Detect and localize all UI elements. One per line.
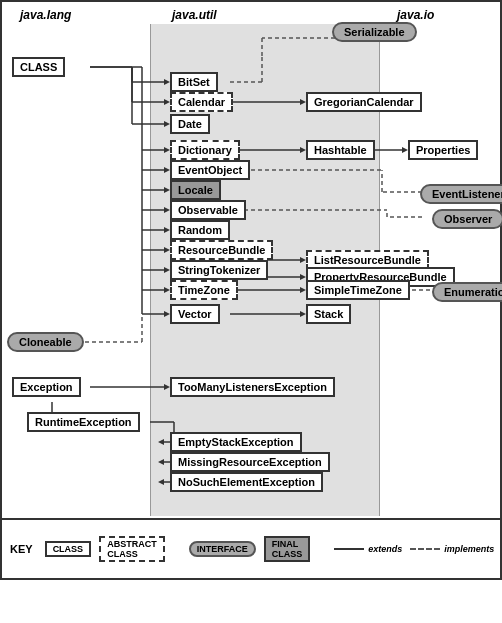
hashtable-class: Hashtable — [306, 140, 375, 160]
key-class-item: CLASS — [45, 541, 92, 557]
properties-class: Properties — [408, 140, 478, 160]
java-util-header: java.util — [172, 8, 217, 22]
exception-class: Exception — [12, 377, 81, 397]
eventobject-class: EventObject — [170, 160, 250, 180]
key-abstract-box: ABSTRACT CLASS — [99, 536, 165, 562]
key-implements-label: implements — [444, 544, 494, 554]
date-class: Date — [170, 114, 210, 134]
eventlistener-interface: EventListener — [420, 184, 502, 204]
calendar-class: Calendar — [170, 92, 233, 112]
key-abstract-item: ABSTRACT CLASS — [99, 536, 165, 562]
key-interface-item: INTERFACE — [189, 541, 256, 557]
cloneable-interface: Cloneable — [7, 332, 84, 352]
missingresourceexception-class: MissingResourceException — [170, 452, 330, 472]
observable-class: Observable — [170, 200, 246, 220]
diagram-container: java.lang java.util java.io — [0, 0, 502, 580]
key-extends-label: extends — [368, 544, 402, 554]
key-solid-line — [334, 548, 364, 550]
random-class: Random — [170, 220, 230, 240]
key-extends-item: extends — [334, 544, 402, 554]
stack-class: Stack — [306, 304, 351, 324]
key-class-box: CLASS — [45, 541, 92, 557]
stringtokenizer-class: StringTokenizer — [170, 260, 268, 280]
key-dashed-line — [410, 548, 440, 550]
enumeration-interface: Enumeration — [432, 282, 502, 302]
observer-interface: Observer — [432, 209, 502, 229]
key-interface-box: INTERFACE — [189, 541, 256, 557]
key-final-box: FINAL CLASS — [264, 536, 311, 562]
bitset-class: BitSet — [170, 72, 218, 92]
key-implements-item: implements — [410, 544, 494, 554]
key-label: KEY — [10, 543, 33, 555]
key-section: KEY CLASS ABSTRACT CLASS INTERFACE FINAL… — [2, 518, 500, 578]
vector-class: Vector — [170, 304, 220, 324]
timezone-class: TimeZone — [170, 280, 238, 300]
resourcebundle-class: ResourceBundle — [170, 240, 273, 260]
serializable-interface: Serializable — [332, 22, 417, 42]
key-final-item: FINAL CLASS — [264, 536, 311, 562]
simpletimezone-class: SimpleTimeZone — [306, 280, 410, 300]
locale-class: Locale — [170, 180, 221, 200]
nosuchelementexception-class: NoSuchElementException — [170, 472, 323, 492]
object-class: CLASS — [12, 57, 65, 77]
toomanylisterersexception-class: TooManyListenersException — [170, 377, 335, 397]
emptystackexception-class: EmptyStackException — [170, 432, 302, 452]
java-io-header: java.io — [397, 8, 434, 22]
dictionary-class: Dictionary — [170, 140, 240, 160]
gregoriancalendar-class: GregorianCalendar — [306, 92, 422, 112]
java-lang-header: java.lang — [20, 8, 71, 22]
runtimeexception-class: RuntimeException — [27, 412, 140, 432]
